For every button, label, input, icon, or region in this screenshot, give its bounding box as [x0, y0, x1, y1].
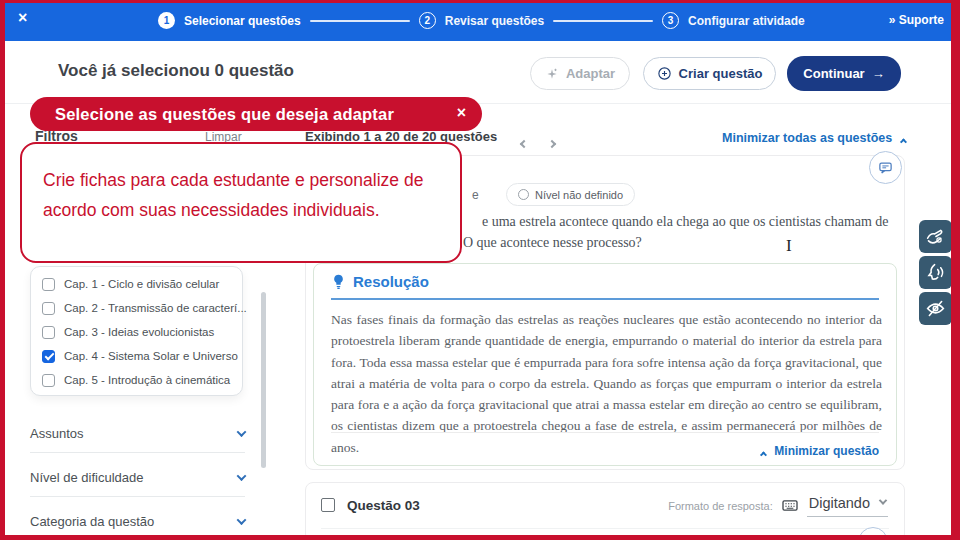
frame-border-bottom	[0, 535, 960, 540]
chevron-up-icon	[900, 138, 907, 145]
adapt-tooltip-title: Selecione as questões que deseja adaptar	[55, 105, 394, 124]
checkbox-icon[interactable]	[42, 302, 55, 315]
chapter-option-3[interactable]: Cap. 3 - Ideias evolucionistas	[31, 320, 242, 344]
sign-language-icon	[925, 226, 946, 247]
frame-border-left	[0, 0, 5, 540]
chapter-option-4[interactable]: Cap. 4 - Sistema Solar e Universo	[31, 344, 242, 368]
visual-accessibility-button[interactable]	[919, 292, 952, 325]
section-label: Nível de dificuldade	[30, 470, 143, 485]
question-03-card: Questão 03 Formato de resposta: Digitand…	[305, 482, 905, 540]
hidden-text-fragment: e	[472, 188, 479, 202]
resolution-underline	[331, 298, 879, 300]
chevron-down-icon	[237, 515, 247, 525]
answer-format-dropdown[interactable]: Digitando	[807, 495, 888, 517]
sparkle-icon	[545, 67, 559, 81]
radio-icon[interactable]	[518, 189, 529, 200]
chapter-label: Cap. 2 - Transmissão de caracterí...	[64, 302, 247, 314]
adapt-tooltip-header: Selecione as questões que deseja adaptar…	[30, 97, 482, 131]
filter-section-dificuldade[interactable]: Nível de dificuldade	[30, 468, 245, 486]
adapt-tooltip-text: Crie fichas para cada estudante e person…	[43, 165, 449, 225]
comment-bubble-icon	[878, 160, 893, 175]
minimize-question-label: Minimizar questão	[774, 444, 879, 458]
stepper: 1 Selecionar questões 2 Revisar questões…	[158, 0, 805, 41]
chapter-option-1[interactable]: Cap. 1 - Ciclo e divisão celular	[31, 272, 242, 296]
chapter-option-2[interactable]: Cap. 2 - Transmissão de caracterí...	[31, 296, 242, 320]
sidebar-scrollbar[interactable]	[261, 292, 266, 468]
checkbox-icon[interactable]	[42, 326, 55, 339]
resolution-header: Resolução	[331, 273, 429, 290]
question-03-checkbox[interactable]	[321, 498, 335, 512]
section-label: Assuntos	[30, 426, 83, 441]
accessibility-toolbar	[919, 220, 952, 325]
filter-section-assuntos[interactable]: Assuntos	[30, 424, 245, 442]
step-2-label[interactable]: Revisar questões	[445, 14, 544, 28]
step-3-circle: 3	[662, 12, 679, 29]
adapt-tooltip-body: Crie fichas para cada estudante e person…	[20, 142, 462, 263]
answer-format-value: Digitando	[809, 495, 870, 511]
app-window: × 1 Selecionar questões 2 Revisar questõ…	[0, 0, 960, 540]
eye-off-icon	[925, 298, 946, 319]
next-page-icon[interactable]	[549, 133, 555, 151]
create-question-label: Criar questão	[679, 66, 763, 81]
lightbulb-icon	[331, 273, 346, 290]
resolution-title: Resolução	[353, 273, 429, 290]
minimize-all-link[interactable]: Minimizar todas as questões	[722, 131, 906, 145]
text-cursor: I	[786, 236, 792, 256]
step-connector	[553, 20, 653, 22]
resolution-panel: Resolução Nas fases finais da formação d…	[313, 263, 897, 466]
selection-count-title: Você já selecionou 0 questão	[58, 61, 294, 81]
checkbox-icon[interactable]	[42, 374, 55, 387]
step-connector	[310, 20, 410, 22]
step-2-circle: 2	[419, 12, 436, 29]
divider	[331, 432, 879, 433]
comment-bubble-button[interactable]	[869, 151, 902, 184]
chapter-label: Cap. 4 - Sistema Solar e Universo	[64, 350, 238, 362]
level-radio-chip[interactable]: Nível não definido	[506, 183, 635, 206]
top-stepper-bar: × 1 Selecionar questões 2 Revisar questõ…	[0, 0, 960, 41]
step-1-circle: 1	[158, 12, 175, 29]
text-to-speech-button[interactable]	[919, 256, 952, 289]
chapter-filter-panel: Cap. 1 - Ciclo e divisão celular Cap. 2 …	[30, 266, 243, 396]
level-chip-label: Nível não definido	[535, 189, 623, 201]
minimize-question-link[interactable]: Minimizar questão	[761, 444, 879, 458]
close-icon[interactable]: ×	[18, 9, 27, 27]
divider	[321, 528, 889, 529]
prev-page-icon[interactable]	[521, 133, 527, 151]
frame-border-right	[951, 0, 960, 540]
step-3-label[interactable]: Configurar atividade	[688, 14, 805, 28]
close-icon[interactable]: ×	[457, 104, 466, 122]
divider	[30, 496, 245, 497]
adapt-button[interactable]: Adaptar	[530, 57, 630, 90]
chapter-label: Cap. 1 - Ciclo e divisão celular	[64, 278, 219, 290]
plus-circle-icon	[657, 66, 672, 81]
minimize-all-label: Minimizar todas as questões	[722, 131, 892, 145]
checkbox-icon[interactable]	[42, 278, 55, 291]
text-to-speech-icon	[925, 262, 946, 283]
chevron-down-icon	[237, 471, 247, 481]
question-text-line-2: O que acontece nesse processo?	[463, 235, 642, 251]
chevron-down-icon	[879, 496, 887, 504]
resolution-text: Nas fases finais da formação das estrela…	[331, 309, 882, 458]
sign-language-button[interactable]	[919, 220, 952, 253]
filter-section-categoria[interactable]: Categoria da questão	[30, 512, 245, 530]
question-03-title: Questão 03	[347, 498, 420, 513]
chapter-option-5[interactable]: Cap. 5 - Introdução à cinemática	[31, 368, 242, 392]
continue-label: Continuar	[803, 66, 864, 81]
continue-button[interactable]: Continuar →	[787, 56, 901, 91]
divider	[30, 452, 245, 453]
step-1-label[interactable]: Selecionar questões	[184, 14, 301, 28]
chevron-down-icon	[237, 427, 247, 437]
checkbox-checked-icon[interactable]	[42, 350, 55, 363]
chapter-label: Cap. 3 - Ideias evolucionistas	[64, 326, 214, 338]
frame-border-top	[0, 0, 960, 3]
chevron-up-icon	[760, 451, 767, 458]
question-text-line-1: e uma estrela acontece quando ela chega …	[482, 214, 889, 230]
answer-format-control: Formato de resposta: Digitando	[668, 495, 888, 517]
adapt-label: Adaptar	[566, 66, 615, 81]
answer-format-label: Formato de resposta:	[668, 500, 773, 517]
section-label: Categoria da questão	[30, 514, 154, 529]
arrow-right-icon: →	[872, 66, 885, 81]
create-question-button[interactable]: Criar questão	[643, 57, 776, 90]
chapter-label: Cap. 5 - Introdução à cinemática	[64, 374, 230, 386]
support-link[interactable]: » Suporte	[889, 13, 944, 27]
